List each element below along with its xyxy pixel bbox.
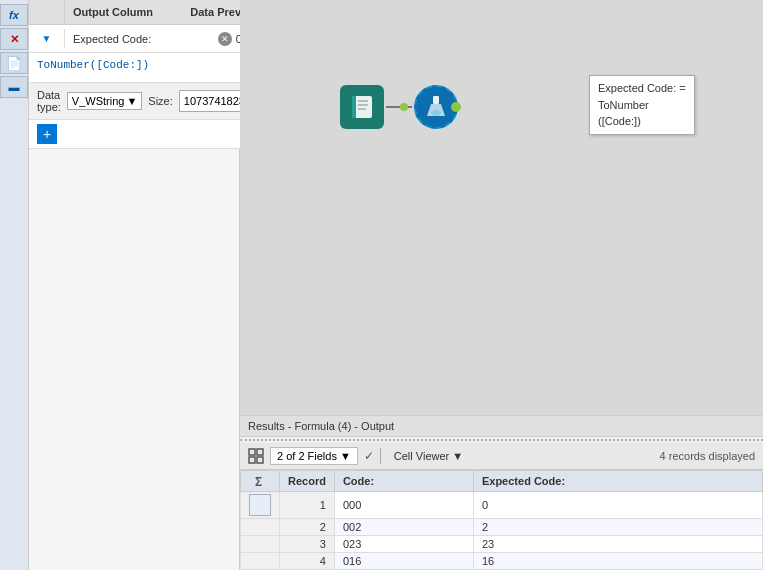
expected-code-value: 2 bbox=[473, 519, 762, 536]
expected-code-value: 0 bbox=[473, 492, 762, 519]
table-row: 20022 bbox=[241, 519, 763, 536]
results-toolbar: 2 of 2 Fields ▼ ✓ Cell Viewer ▼ 4 record… bbox=[240, 443, 763, 470]
clear-field-button[interactable]: ✕ bbox=[218, 32, 232, 46]
formula-editor[interactable]: ToNumber([Code:]) bbox=[29, 53, 267, 83]
output-column-header: Output Column bbox=[65, 0, 182, 24]
expected-code-value: 23 bbox=[473, 536, 762, 553]
datatype-label: Data type: bbox=[37, 89, 61, 113]
doc-icon[interactable]: 📄 bbox=[0, 52, 28, 74]
results-panel: Results - Formula (4) - Output 2 of 2 Fi… bbox=[240, 415, 763, 570]
svg-rect-1 bbox=[352, 96, 356, 118]
results-header: Results - Formula (4) - Output bbox=[240, 416, 763, 437]
toolbar-separator bbox=[380, 448, 381, 464]
check-icon: ✓ bbox=[364, 449, 374, 463]
connector-dot bbox=[400, 103, 408, 111]
code-value: 000 bbox=[334, 492, 473, 519]
expected-col-header: Expected Code: bbox=[473, 471, 762, 492]
fields-label: 2 of 2 Fields bbox=[277, 450, 337, 462]
row-icon-cell bbox=[241, 519, 280, 536]
right-panel: Expected Code: = ToNumber ([Code:]) Resu… bbox=[240, 0, 763, 570]
fields-selector-button[interactable]: 2 of 2 Fields ▼ bbox=[270, 447, 358, 465]
table-row: 401616 bbox=[241, 553, 763, 570]
formula-node-container: Expected Code: = ToNumber ([Code:]) bbox=[414, 85, 458, 129]
left-panel: fx ✕ 📄 ▬ Output Column Data Preview ▼ Ex… bbox=[0, 0, 240, 570]
code-value: 002 bbox=[334, 519, 473, 536]
x-icon[interactable]: ✕ bbox=[0, 28, 28, 50]
row-icon-cell bbox=[241, 536, 280, 553]
code-value: 023 bbox=[334, 536, 473, 553]
datatype-row: Data type: V_WString ▼ Size: 1073741823 … bbox=[29, 83, 267, 120]
code-value: 016 bbox=[334, 553, 473, 570]
cell-viewer-label: Cell Viewer bbox=[394, 450, 449, 462]
panel-header: Output Column Data Preview bbox=[29, 0, 267, 25]
dotted-separator bbox=[240, 439, 763, 441]
chevron-down-icon[interactable]: ▼ bbox=[42, 33, 52, 44]
extra-icon[interactable]: ▬ bbox=[0, 76, 28, 98]
record-number: 4 bbox=[280, 553, 335, 570]
table-row: 302323 bbox=[241, 536, 763, 553]
expected-header-text: Expected Code: bbox=[482, 475, 565, 487]
svg-point-7 bbox=[431, 110, 441, 116]
code-header-text: Code: bbox=[343, 475, 374, 487]
connector-line2 bbox=[408, 106, 412, 108]
size-value: 1073741823 bbox=[184, 95, 245, 107]
cell-viewer-chevron-icon: ▼ bbox=[452, 450, 463, 462]
select-checkbox[interactable] bbox=[249, 494, 271, 516]
add-row-area: + bbox=[29, 120, 267, 149]
svg-rect-8 bbox=[249, 449, 255, 455]
svg-rect-11 bbox=[257, 457, 263, 463]
tool-nodes: Expected Code: = ToNumber ([Code:]) bbox=[340, 85, 458, 129]
fields-chevron-icon: ▼ bbox=[340, 450, 351, 462]
record-number: 2 bbox=[280, 519, 335, 536]
cell-viewer-button[interactable]: Cell Viewer ▼ bbox=[387, 447, 470, 465]
table-header-row: Σ Record Code: Expected Code: bbox=[241, 471, 763, 492]
canvas-area: Expected Code: = ToNumber ([Code:]) bbox=[240, 0, 763, 415]
tooltip-line2: ToNumber bbox=[598, 97, 686, 114]
record-header-text: Record bbox=[288, 475, 326, 487]
svg-text:Σ: Σ bbox=[255, 475, 262, 488]
formula-node[interactable] bbox=[414, 85, 458, 129]
record-col-header: Record bbox=[280, 471, 335, 492]
record-number: 3 bbox=[280, 536, 335, 553]
svg-rect-5 bbox=[433, 96, 439, 104]
fx-icon[interactable]: fx bbox=[0, 4, 28, 26]
svg-rect-9 bbox=[257, 449, 263, 455]
tooltip-line3: ([Code:]) bbox=[598, 113, 686, 130]
sidebar-icons: fx ✕ 📄 ▬ bbox=[0, 0, 29, 570]
datatype-select[interactable]: V_WString ▼ bbox=[67, 92, 142, 110]
expected-code-value: 16 bbox=[473, 553, 762, 570]
records-count: 4 records displayed bbox=[660, 450, 755, 462]
row-icon-cell bbox=[241, 553, 280, 570]
record-number: 1 bbox=[280, 492, 335, 519]
fields-grid-icon bbox=[248, 448, 264, 464]
results-table: Σ Record Code: Expected Code: bbox=[240, 470, 763, 570]
tooltip-line1: Expected Code: = bbox=[598, 80, 686, 97]
results-table-container: Σ Record Code: Expected Code: bbox=[240, 470, 763, 570]
size-label: Size: bbox=[148, 95, 172, 107]
table-body: 1000020022302323401616 bbox=[241, 492, 763, 570]
field-row: ▼ Expected Code: ✕ 0 🗑 bbox=[29, 25, 267, 53]
field-name: Expected Code: bbox=[65, 27, 210, 51]
node-tooltip: Expected Code: = ToNumber ([Code:]) bbox=[589, 75, 695, 135]
svg-rect-10 bbox=[249, 457, 255, 463]
results-title: Results - Formula (4) - Output bbox=[248, 420, 394, 432]
output-dot bbox=[451, 102, 461, 112]
table-row: 10000 bbox=[241, 492, 763, 519]
row-icon-cell bbox=[241, 492, 280, 519]
sigma-icon: Σ bbox=[253, 474, 267, 488]
connector-line bbox=[386, 106, 400, 108]
book-node[interactable] bbox=[340, 85, 384, 129]
add-field-button[interactable]: + bbox=[37, 124, 57, 144]
datatype-value: V_WString bbox=[72, 95, 125, 107]
book-icon bbox=[348, 93, 376, 121]
code-col-header: Code: bbox=[334, 471, 473, 492]
datatype-chevron-icon: ▼ bbox=[126, 95, 137, 107]
field-row-controls: ▼ bbox=[29, 29, 65, 48]
grid-icon bbox=[248, 448, 264, 464]
sum-header: Σ bbox=[241, 471, 280, 492]
formula-icon bbox=[423, 94, 449, 120]
